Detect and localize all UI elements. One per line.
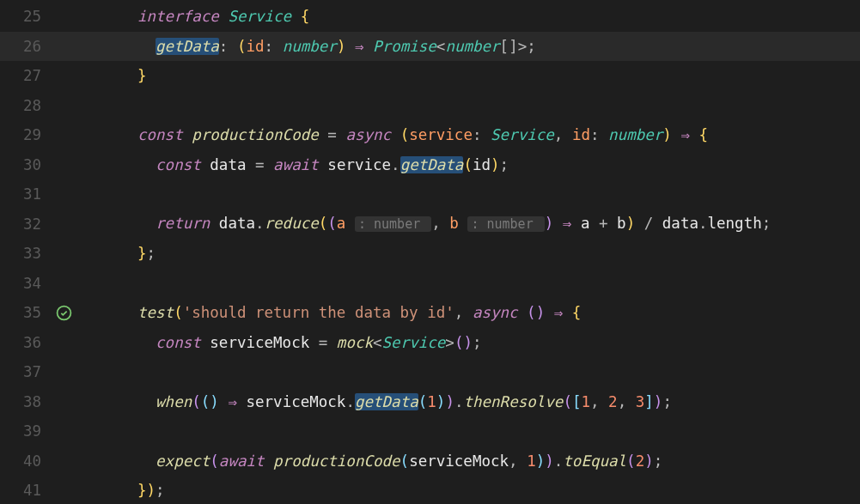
line-number: 29 (0, 120, 41, 150)
line-number: 26 (0, 32, 41, 62)
code-content: return data.reduce((a : number , b : num… (137, 209, 860, 240)
inlay-hint: : number (355, 216, 431, 232)
line-number: 28 (0, 91, 41, 121)
line-number: 30 (0, 150, 41, 180)
code-content: }; (137, 239, 860, 269)
code-content: }); (137, 476, 860, 504)
inlay-hint: : number (467, 216, 544, 232)
selection-highlight: getData (156, 38, 219, 55)
code-line[interactable]: 39 (0, 416, 860, 446)
selection-highlight: getData (400, 156, 464, 173)
code-line[interactable]: 36 const serviceMock = mock<Service>(); (0, 328, 860, 358)
line-number: 35 (0, 298, 41, 328)
code-content: const serviceMock = mock<Service>(); (137, 328, 860, 358)
code-line[interactable]: 33 }; (0, 239, 860, 269)
line-number: 34 (0, 269, 41, 299)
gutter-icon-slot[interactable] (41, 305, 86, 321)
code-content: when(() ⇒ serviceMock.getData(1)).thenRe… (137, 387, 860, 417)
code-line[interactable]: 32 return data.reduce((a : number , b : … (0, 209, 860, 240)
line-number: 39 (0, 416, 41, 446)
code-line[interactable]: 37 (0, 357, 860, 387)
code-line[interactable]: 27 } (0, 61, 860, 91)
code-content: expect(await productionCode(serviceMock,… (137, 446, 860, 477)
line-number: 32 (0, 209, 41, 240)
code-line[interactable]: 40 expect(await productionCode(serviceMo… (0, 446, 860, 477)
line-number: 37 (0, 357, 41, 387)
code-line-active[interactable]: 26 getData: (id: number) ⇒ Promise<numbe… (0, 32, 860, 62)
code-line[interactable]: 38 when(() ⇒ serviceMock.getData(1)).the… (0, 387, 860, 417)
line-number: 31 (0, 179, 41, 209)
code-content: interface Service { (137, 2, 860, 32)
line-number: 41 (0, 476, 41, 504)
line-number: 33 (0, 239, 41, 269)
code-line[interactable]: 25 interface Service { (0, 2, 860, 32)
code-line[interactable]: 41 }); (0, 476, 860, 504)
test-pass-icon[interactable] (56, 305, 72, 321)
line-number: 25 (0, 2, 41, 32)
code-line[interactable]: 30 const data = await service.getData(id… (0, 150, 860, 180)
code-line[interactable]: 34 (0, 269, 860, 299)
line-number: 27 (0, 61, 41, 91)
line-number: 38 (0, 387, 41, 417)
code-content: const productionCode = async (service: S… (137, 120, 860, 150)
code-line[interactable]: 29 const productionCode = async (service… (0, 120, 860, 150)
code-content: getData: (id: number) ⇒ Promise<number[]… (137, 32, 860, 62)
code-line[interactable]: 28 (0, 91, 860, 121)
code-content: test('should return the data by id', asy… (137, 298, 860, 328)
code-content: } (137, 61, 860, 91)
code-line[interactable]: 31 (0, 179, 860, 209)
line-number: 36 (0, 328, 41, 358)
code-line[interactable]: 35 test('should return the data by id', … (0, 298, 860, 328)
selection-highlight: getData (355, 393, 418, 410)
line-number: 40 (0, 446, 41, 477)
code-content: const data = await service.getData(id); (137, 150, 860, 180)
